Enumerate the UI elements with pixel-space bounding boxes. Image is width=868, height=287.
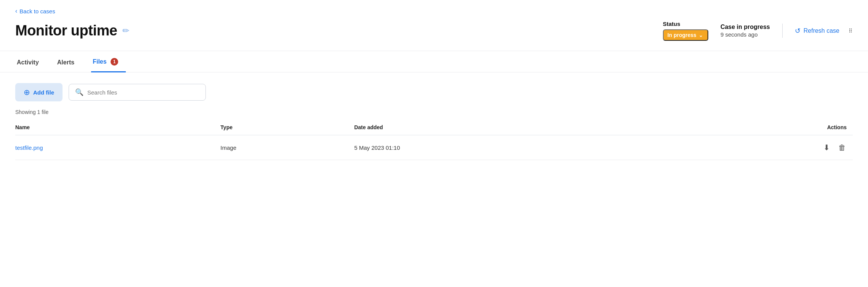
add-file-button[interactable]: ⊕ Add file [15,83,63,101]
refresh-case-button[interactable]: ↺ Refresh case [795,27,839,35]
tab-activity-label: Activity [17,59,39,66]
file-table-body: testfile.png Image 5 May 2023 01:10 ⬇ 🗑 [15,135,853,160]
case-info-subtitle: 9 seconds ago [720,31,758,38]
refresh-icon: ↺ [795,27,801,35]
download-button[interactable]: ⬇ [823,142,831,153]
toolbar-row: ⊕ Add file 🔍 [15,83,853,101]
col-header-type: Type [220,120,354,135]
tab-files-label: Files [93,58,106,65]
showing-text: Showing 1 file [15,109,853,115]
back-arrow-icon: ‹ [15,8,17,14]
file-table-head: Name Type Date added Actions [15,120,853,135]
more-options-button[interactable]: ⠿ [849,28,853,34]
search-box[interactable]: 🔍 [69,84,206,101]
back-to-cases-link[interactable]: ‹ Back to cases [15,8,55,14]
tab-files[interactable]: Files 1 [91,51,126,72]
col-header-actions: Actions [670,120,853,135]
tab-alerts[interactable]: Alerts [56,52,82,72]
status-label: Status [663,21,680,27]
tab-alerts-label: Alerts [57,59,74,66]
add-circle-icon: ⊕ [24,88,30,97]
more-dots-icon: ⠿ [849,28,853,34]
add-file-label: Add file [33,89,54,96]
delete-button[interactable]: 🗑 [838,143,847,153]
trash-icon: 🗑 [838,143,846,152]
col-header-date: Date added [354,120,669,135]
table-row: testfile.png Image 5 May 2023 01:10 ⬇ 🗑 [15,135,853,160]
content-section: ⊕ Add file 🔍 Showing 1 file Name Type Da… [0,72,868,160]
action-icons: ⬇ 🗑 [823,142,847,153]
download-icon: ⬇ [823,143,830,152]
tabs-section: Activity Alerts Files 1 [0,51,868,72]
col-header-name: Name [15,120,220,135]
top-bar: ‹ Back to cases Monitor uptime ✏ Status … [0,0,868,51]
file-actions-cell: ⬇ 🗑 [670,135,853,160]
page-title: Monitor uptime [15,22,117,39]
status-badge-button[interactable]: In progress ⌄ [663,29,708,41]
status-badge-label: In progress [667,32,696,38]
tab-activity[interactable]: Activity [15,52,47,72]
files-badge: 1 [111,58,118,66]
case-info-title: Case in progress [720,24,770,30]
status-section: Status In progress ⌄ [663,21,708,41]
file-table: Name Type Date added Actions testfile.pn… [15,120,853,160]
edit-icon[interactable]: ✏ [122,26,129,36]
tabs-row: Activity Alerts Files 1 [15,51,853,72]
back-link-label: Back to cases [19,8,55,14]
status-chevron-icon: ⌄ [699,32,703,38]
page-container: ‹ Back to cases Monitor uptime ✏ Status … [0,0,868,287]
file-date-cell: 5 May 2023 01:10 [354,135,669,160]
title-section: Monitor uptime ✏ [15,22,129,39]
search-input[interactable] [87,89,199,96]
table-header-row: Name Type Date added Actions [15,120,853,135]
refresh-label: Refresh case [804,27,839,34]
case-info-section: Case in progress 9 seconds ago [720,24,783,38]
header-row: Monitor uptime ✏ Status In progress ⌄ Ca… [15,18,853,47]
header-right: Status In progress ⌄ Case in progress 9 … [663,21,853,41]
file-type-cell: Image [220,135,354,160]
search-icon: 🔍 [75,88,83,96]
file-name-cell[interactable]: testfile.png [15,135,220,160]
